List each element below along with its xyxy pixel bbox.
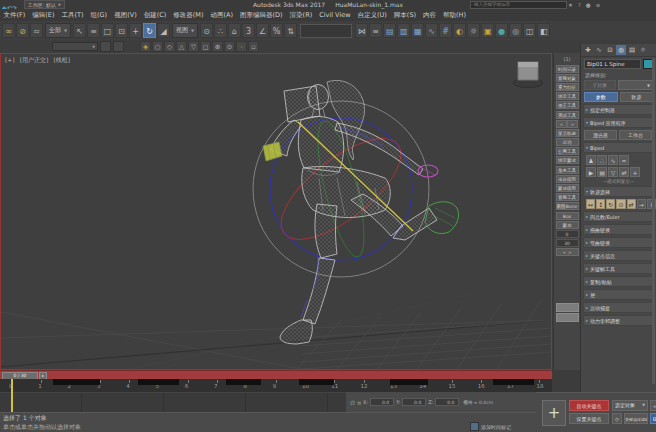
symmetry-icon[interactable]: ⇄ — [627, 199, 636, 209]
render-iterative-icon[interactable]: ◎ — [509, 23, 522, 38]
select-by-name-icon[interactable]: ≡ — [87, 23, 100, 38]
select-object-icon[interactable]: ↖ — [73, 23, 86, 38]
workspace-dropdown[interactable]: 工作区: 默认 ▼ — [24, 0, 65, 9]
body-horizontal-icon[interactable]: ↔ — [586, 199, 595, 209]
tool-strip-button[interactable]: Box — [556, 212, 579, 220]
select-and-rotate-icon[interactable]: ↻ — [143, 23, 156, 38]
keyframe-range[interactable] — [138, 379, 179, 385]
keyframe-range[interactable] — [493, 379, 534, 385]
layer-explorer-icon[interactable]: ▤ — [383, 23, 396, 38]
menu-item[interactable]: 编辑(E) — [29, 11, 58, 20]
tool-strip-button[interactable]: 删除Bone — [556, 202, 579, 210]
selection-region-icon[interactable]: □ — [101, 23, 114, 38]
panel-scrollbar[interactable] — [652, 58, 655, 384]
scene-explorer-icon[interactable]: ▥ — [397, 23, 410, 38]
tool-strip-button[interactable]: < > — [556, 248, 579, 256]
ribbon-toggle-icon[interactable]: ▦ — [411, 23, 424, 38]
rollout-biped[interactable]: ▾ Biped — [583, 142, 654, 153]
sub-object-button[interactable]: 子对象 — [584, 80, 616, 90]
tool-strip-button[interactable]: 0 — [556, 230, 579, 238]
go-to-start-button[interactable]: « — [650, 400, 656, 411]
secondary-toolbar-button[interactable] — [100, 41, 111, 52]
motion-flow-mode-icon[interactable]: ∿ — [608, 155, 618, 165]
keyframe-range[interactable] — [390, 379, 428, 385]
menu-item[interactable]: 文件(F) — [0, 11, 29, 20]
tool-strip-button[interactable] — [556, 303, 579, 312]
key-filter-icon[interactable]: ◇ — [612, 413, 622, 424]
mixer-button[interactable]: 混合器 — [584, 130, 617, 140]
rollout-header[interactable]: ▸ 层 — [583, 289, 654, 300]
schematic-view-icon[interactable]: # — [439, 23, 452, 38]
current-frame-field[interactable]: 0 — [650, 413, 656, 424]
tool-strip-button[interactable]: 蒙皮模型 — [556, 184, 579, 192]
time-slider[interactable]: 0 / 30 ▸ — [0, 370, 552, 379]
material-editor-icon[interactable]: ◐ — [453, 23, 466, 38]
menu-item[interactable]: 动画(A) — [207, 11, 237, 20]
favorites-star-icon[interactable]: ★ — [568, 2, 573, 8]
tool-strip-button[interactable]: 连接模型 — [556, 175, 579, 183]
workbench-button[interactable]: 工作台 — [619, 130, 652, 140]
menu-item[interactable]: 视图(V) — [111, 11, 141, 20]
parameters-mode-button[interactable]: 参数 — [584, 92, 618, 102]
keyframe-range[interactable] — [226, 379, 261, 385]
menu-item[interactable]: 渲染(R) — [286, 11, 316, 20]
opposite-icon[interactable]: → — [637, 199, 646, 209]
rendered-frame-icon[interactable]: ▣ — [481, 23, 494, 38]
select-and-manipulate-icon[interactable]: ∴ — [214, 23, 227, 38]
open-container-icon[interactable]: ◫ — [523, 23, 536, 38]
mixer-mode-icon[interactable]: ≈ — [619, 155, 629, 165]
rollout-header[interactable]: ▸ 运动捕捉 — [583, 302, 654, 313]
body-vertical-icon[interactable]: ↕ — [596, 199, 605, 209]
tab-hierarchy[interactable]: ⊟ — [605, 45, 615, 55]
custom-tool-icon-10[interactable]: ▫ — [248, 41, 259, 52]
custom-tool-icon-4[interactable]: △ — [176, 41, 187, 52]
tab-motion[interactable]: ◎ — [616, 45, 626, 55]
custom-tool-icon-7[interactable]: ⊕ — [212, 41, 223, 52]
tool-strip-button[interactable]: 绑定工具 — [556, 92, 579, 100]
save-file-icon[interactable]: ▽ — [608, 167, 618, 177]
keyframe-range[interactable] — [53, 379, 100, 385]
app-menu-icon[interactable]: ≡ — [596, 2, 601, 8]
rollout-header[interactable]: ▸ 复制/粘贴 — [583, 276, 654, 287]
tool-strip-button[interactable]: 绑定蒙皮 — [556, 156, 579, 164]
unlink-selection-icon[interactable]: ⊘ — [16, 23, 29, 38]
tab-display[interactable]: ▤ — [627, 45, 637, 55]
track-bar-keys-strip[interactable] — [0, 392, 346, 412]
custom-tool-icon-3[interactable]: ◇ — [164, 41, 175, 52]
tool-strip-button[interactable] — [556, 313, 579, 322]
menu-item[interactable]: 自定义(U) — [354, 11, 390, 20]
tab-create[interactable]: ✚ — [583, 45, 593, 55]
rollout-header[interactable]: ▸ 关键帧工具 — [583, 263, 654, 274]
reference-coordinate-dropdown[interactable]: 视图▼ — [172, 23, 198, 38]
spinner-snap-icon[interactable]: ⇅ — [284, 23, 297, 38]
rollout-biped-apps[interactable]: ▾ Biped 应用程序 — [583, 117, 654, 128]
user-account-icon[interactable]: ● — [586, 2, 591, 8]
menu-item[interactable]: 工具(T) — [58, 11, 87, 20]
current-frame-caret[interactable] — [11, 379, 13, 412]
tool-strip-button[interactable]: 重力特征 — [556, 83, 579, 91]
named-selection-sets-field[interactable] — [300, 24, 352, 38]
viewport-general-menu[interactable]: [+] — [5, 56, 15, 65]
object-name-field[interactable]: Bip01 L Spine — [584, 59, 641, 69]
tool-strip-button[interactable]: 公用工具 — [556, 147, 579, 155]
secondary-toolbar-dropdown[interactable]: ▼ — [52, 42, 98, 51]
coord-y-field[interactable]: 0.0 — [402, 398, 426, 406]
move-all-mode-icon[interactable]: + — [630, 167, 640, 177]
prop-box[interactable] — [263, 142, 282, 161]
coord-x-field[interactable]: 0.0 — [370, 398, 394, 406]
tool-strip-button[interactable]: > — [567, 120, 578, 128]
key-filters-button[interactable]: 关键点过滤器... — [624, 413, 648, 424]
mirror-icon[interactable]: ⋈ — [355, 23, 368, 38]
rollout-assign-controller[interactable]: ▸ 指定控制器 — [583, 104, 654, 115]
viewcube[interactable] — [513, 62, 543, 88]
state-sets-icon[interactable]: ◧ — [537, 23, 550, 38]
curve-editor-icon[interactable]: ∿ — [425, 23, 438, 38]
custom-tool-icon-6[interactable]: ◻ — [200, 41, 211, 52]
tab-utilities[interactable]: ☼ — [638, 45, 648, 55]
biped-playback-icon[interactable]: ▶ — [586, 167, 596, 177]
render-production-icon[interactable]: ● — [495, 23, 508, 38]
sub-object-dropdown[interactable]: ▼ — [618, 80, 653, 90]
select-and-scale-icon[interactable]: ◢ — [157, 23, 170, 38]
tool-strip-button[interactable]: 修正工具 — [556, 101, 579, 109]
body-rotation-icon[interactable]: ↻ — [606, 199, 615, 209]
